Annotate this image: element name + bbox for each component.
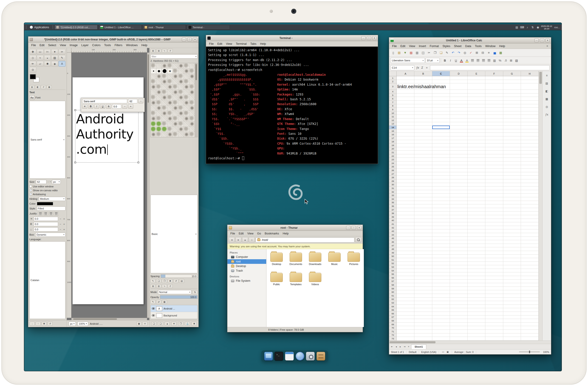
layer-row-android-[interactable]: AAndroid ... — [151, 305, 197, 312]
undo-tab[interactable]: ↺ — [168, 49, 173, 53]
cell-A66[interactable] — [397, 312, 414, 316]
cell-B28[interactable] — [414, 176, 432, 179]
cell-F55[interactable] — [485, 272, 503, 276]
cell-H7[interactable] — [521, 101, 539, 104]
foreground-background-colors[interactable] — [30, 74, 41, 83]
gimp-menu-colors[interactable]: Colors — [90, 43, 102, 47]
brush-swatch[interactable] — [184, 74, 189, 79]
cell-G39[interactable] — [503, 215, 521, 219]
justify-fill-button[interactable] — [54, 212, 59, 216]
terminal-minimize-button[interactable]: — — [361, 36, 365, 40]
cell-B19[interactable] — [414, 143, 432, 147]
edit-brush-icon[interactable]: ✎ — [150, 279, 155, 283]
brush-swatch[interactable] — [151, 100, 156, 105]
properties-icon[interactable]: ▤ — [544, 81, 550, 86]
thunar-menu-file[interactable]: File — [229, 231, 237, 236]
brush-swatch[interactable] — [151, 79, 156, 84]
cell-B18[interactable] — [414, 140, 432, 144]
cell-H53[interactable] — [521, 265, 539, 269]
cell-B25[interactable] — [414, 165, 432, 169]
row-header-59[interactable]: 59 — [389, 287, 397, 290]
cell-H36[interactable] — [521, 204, 539, 208]
brush-swatch[interactable] — [151, 126, 156, 132]
cell-G61[interactable] — [503, 294, 521, 298]
align-center-icon[interactable] — [475, 58, 481, 63]
cell-H69[interactable] — [521, 323, 539, 326]
brush-swatch[interactable] — [151, 132, 156, 137]
cell-E65[interactable] — [468, 308, 485, 312]
cell-D42[interactable] — [450, 226, 468, 230]
calc-maximize-button[interactable]: □ — [540, 39, 544, 42]
cell-B26[interactable] — [414, 168, 432, 172]
brush-swatch[interactable] — [156, 63, 162, 68]
cell-H71[interactable] — [521, 330, 539, 333]
row-header-41[interactable]: 41 — [389, 222, 397, 226]
cell-H21[interactable] — [521, 151, 539, 154]
save-icon[interactable]: ▼ — [402, 50, 408, 56]
column-header-G[interactable]: G — [503, 71, 521, 76]
cell-C6[interactable] — [432, 97, 450, 101]
italic-button[interactable]: I — [94, 104, 99, 109]
cell-B31[interactable] — [414, 186, 432, 190]
row-header-69[interactable]: 69 — [389, 323, 397, 326]
cell-C34[interactable] — [432, 197, 450, 201]
cell-B36[interactable] — [414, 204, 432, 208]
cell-E9[interactable] — [468, 108, 485, 111]
cell-F25[interactable] — [485, 165, 503, 169]
cell-H34[interactable] — [521, 197, 539, 201]
cell-A10[interactable] — [397, 111, 414, 115]
cell-C28[interactable] — [432, 176, 450, 179]
crop-tool[interactable]: ✂ — [59, 49, 65, 55]
cell-D46[interactable] — [450, 240, 468, 244]
undo-history-tab[interactable]: ↺ — [41, 85, 46, 89]
cell-G41[interactable] — [503, 222, 521, 226]
cell-G27[interactable] — [503, 172, 521, 176]
cell-D39[interactable] — [450, 215, 468, 219]
cell-G69[interactable] — [503, 323, 521, 326]
panel-clock[interactable]: 2025-08-12 18:20 — [541, 25, 552, 30]
cell-G67[interactable] — [503, 316, 521, 319]
row-header-49[interactable]: 49 — [389, 251, 397, 255]
cell-F3[interactable] — [485, 83, 503, 90]
cell-D37[interactable] — [450, 208, 468, 212]
cell-C48[interactable] — [432, 247, 450, 251]
channels-tab[interactable]: ▥ — [156, 49, 161, 53]
paths-tab[interactable]: ∿ — [162, 49, 167, 53]
brush-swatch[interactable] — [173, 116, 178, 121]
cell-G58[interactable] — [503, 283, 521, 287]
cell-E50[interactable] — [468, 255, 485, 258]
gradient-tool[interactable]: ▤ — [51, 55, 58, 61]
thunar-menu-edit[interactable]: Edit — [237, 231, 245, 236]
cell-G35[interactable] — [503, 201, 521, 204]
brush-swatch[interactable] — [151, 111, 156, 116]
brush-swatch[interactable] — [178, 95, 184, 100]
cell-E38[interactable] — [468, 211, 485, 215]
layer-row-background[interactable]: Background — [151, 312, 197, 319]
airbrush-tool[interactable]: ✺ — [44, 61, 51, 67]
cell-F10[interactable] — [485, 111, 503, 115]
brush-swatch[interactable] — [189, 111, 195, 116]
cell-E36[interactable] — [468, 204, 485, 208]
cell-D53[interactable] — [450, 265, 468, 269]
cell-B41[interactable] — [414, 222, 432, 226]
cell-C71[interactable] — [432, 330, 450, 333]
cell-D48[interactable] — [450, 247, 468, 251]
font-name-combo[interactable]: Liberation Sans▾ — [390, 58, 425, 63]
row-header-11[interactable]: 11 — [389, 115, 397, 119]
panel-user-label[interactable]: roo... — [554, 26, 560, 29]
cell-B1[interactable] — [414, 76, 432, 80]
cell-D11[interactable] — [450, 115, 468, 119]
brush-swatch[interactable] — [189, 68, 195, 74]
cell-G1[interactable] — [503, 76, 521, 80]
layers-tab[interactable]: ▤ — [150, 49, 155, 53]
cell-G17[interactable] — [503, 136, 521, 140]
move-tool[interactable]: ✥ — [29, 49, 36, 55]
cell-G62[interactable] — [503, 298, 521, 301]
insert-chart-icon[interactable]: ▅ — [492, 50, 498, 56]
cell-A61[interactable] — [397, 294, 414, 298]
cell-G44[interactable] — [503, 233, 521, 237]
row-header-29[interactable]: 29 — [389, 179, 397, 183]
cell-C32[interactable] — [432, 190, 450, 194]
cell-A34[interactable] — [397, 197, 414, 201]
cell-A54[interactable] — [397, 269, 414, 273]
